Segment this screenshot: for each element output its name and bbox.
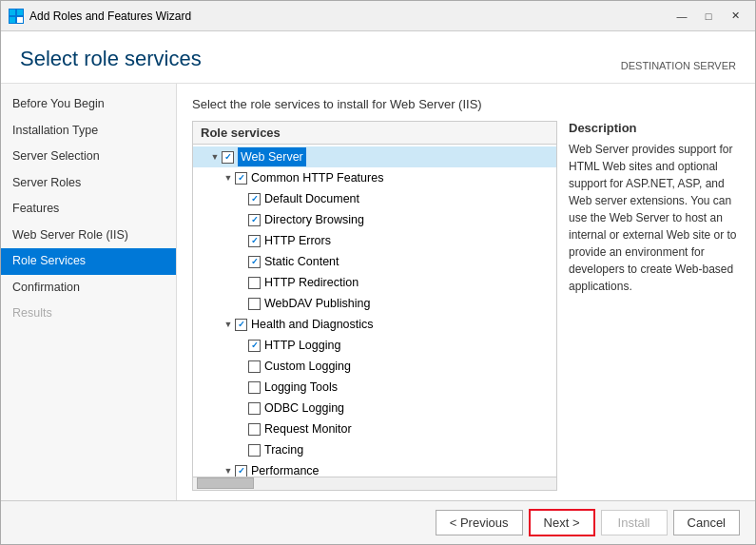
scrollbar-thumb[interactable] [197,477,254,489]
tree-item-odbc-logging[interactable]: ODBC Logging [193,398,556,418]
expand-placeholder-webdav [235,297,248,310]
description-text: Web Server provides support for HTML Web… [569,141,740,295]
tree-item-static-content[interactable]: Static Content [193,251,556,272]
tree-label-performance: Performance [251,461,320,477]
tree-item-tracing[interactable]: Tracing [193,439,556,460]
main-instruction: Select the role services to install for … [192,97,740,111]
svg-rect-0 [10,10,15,15]
tree-item-performance[interactable]: ▼ Performance [193,460,556,477]
title-bar-left: Add Roles and Features Wizard [9,9,191,24]
expand-icon-common-http[interactable]: ▼ [222,171,235,185]
expand-icon-web-server[interactable]: ▼ [208,150,222,164]
cancel-button[interactable]: Cancel [673,510,740,535]
description-panel: Description Web Server provides support … [569,121,740,491]
expand-placeholder-static-content [235,255,248,268]
app-icon [9,9,24,24]
sidebar-item-web-server-role[interactable]: Web Server Role (IIS) [1,223,176,249]
tree-label-odbc-logging: ODBC Logging [264,399,344,418]
tree-item-webdav[interactable]: WebDAV Publishing [193,293,556,314]
tree-item-custom-logging[interactable]: Custom Logging [193,356,556,377]
previous-button[interactable]: < Previous [436,510,523,535]
expand-placeholder-custom-logging [235,360,248,373]
checkbox-static-content[interactable] [248,256,261,268]
expand-placeholder-odbc-logging [235,401,248,415]
tree-item-common-http[interactable]: ▼ Common HTTP Features [193,167,556,188]
checkbox-web-server[interactable] [222,151,234,164]
checkbox-performance[interactable] [235,465,247,477]
footer: < Previous Next > Install Cancel [1,500,755,544]
checkbox-http-logging[interactable] [248,340,261,352]
expand-icon-performance[interactable]: ▼ [222,464,235,477]
window-controls: — □ ✕ [669,7,747,26]
checkbox-default-doc[interactable] [248,193,261,205]
sidebar-item-server-roles[interactable]: Server Roles [1,170,176,197]
checkbox-common-http[interactable] [235,172,247,185]
sidebar: Before You Begin Installation Type Serve… [1,84,177,500]
expand-icon-health-diag[interactable]: ▼ [222,318,235,331]
destination-server-label: DESTINATION SERVER [621,60,736,71]
tree-item-http-errors[interactable]: HTTP Errors [193,230,556,251]
sidebar-item-before-you-begin[interactable]: Before You Begin [1,91,176,118]
tree-label-http-errors: HTTP Errors [264,231,331,250]
tree-label-webdav: WebDAV Publishing [264,294,370,313]
tree-item-logging-tools[interactable]: Logging Tools [193,377,556,398]
expand-placeholder-http-errors [235,234,248,247]
content-area: Before You Begin Installation Type Serve… [1,84,755,500]
install-button[interactable]: Install [601,510,668,535]
tree-item-dir-browsing[interactable]: Directory Browsing [193,209,556,230]
tree-container[interactable]: ▼ Web Server ▼ Common HTTP Features [193,145,556,477]
checkbox-tracing[interactable] [248,444,261,457]
expand-placeholder-http-logging [235,339,248,352]
main-window: Add Roles and Features Wizard — □ ✕ Sele… [0,0,756,545]
scrollbar-track[interactable] [193,477,556,490]
next-button[interactable]: Next > [529,509,595,536]
tree-label-dir-browsing: Directory Browsing [264,210,364,229]
expand-placeholder-logging-tools [235,380,248,394]
sidebar-item-role-services[interactable]: Role Services [1,248,176,275]
checkbox-http-redirect[interactable] [248,277,261,289]
close-button[interactable]: ✕ [723,7,747,26]
expand-placeholder-dir-browsing [235,213,248,226]
sidebar-item-features[interactable]: Features [1,196,176,223]
sidebar-item-confirmation[interactable]: Confirmation [1,275,176,302]
maximize-button[interactable]: □ [696,7,721,26]
tree-item-health-diag[interactable]: ▼ Health and Diagnostics [193,314,556,335]
header-section: Select role services DESTINATION SERVER [1,31,755,84]
checkbox-webdav[interactable] [248,298,261,310]
page-title: Select role services [20,47,202,71]
sidebar-item-server-selection[interactable]: Server Selection [1,144,176,170]
checkbox-odbc-logging[interactable] [248,402,261,415]
role-services-panel-header: Role services [193,122,556,145]
expand-placeholder-default-doc [235,192,248,205]
sidebar-item-results: Results [1,301,176,327]
minimize-button[interactable]: — [669,7,694,26]
window-title: Add Roles and Features Wizard [29,10,191,23]
tree-item-http-logging[interactable]: HTTP Logging [193,335,556,356]
checkbox-dir-browsing[interactable] [248,214,261,226]
tree-label-logging-tools: Logging Tools [264,378,338,397]
checkbox-custom-logging[interactable] [248,360,261,373]
tree-item-request-monitor[interactable]: Request Monitor [193,418,556,439]
checkbox-logging-tools[interactable] [248,381,261,394]
expand-placeholder-http-redirect [235,276,248,289]
tree-label-common-http: Common HTTP Features [251,168,383,187]
tree-item-web-server[interactable]: ▼ Web Server [193,146,556,167]
tree-item-http-redirect[interactable]: HTTP Redirection [193,272,556,293]
tree-label-static-content: Static Content [264,252,339,271]
tree-label-http-logging: HTTP Logging [264,336,340,355]
checkbox-request-monitor[interactable] [248,423,261,436]
tree-item-default-doc[interactable]: Default Document [193,188,556,209]
svg-rect-1 [17,10,23,15]
horizontal-scrollbar[interactable] [193,477,556,490]
role-services-panel: Role services ▼ Web Server ▼ Common [192,121,557,491]
checkbox-http-errors[interactable] [248,235,261,247]
tree-label-http-redirect: HTTP Redirection [264,273,359,292]
tree-label-custom-logging: Custom Logging [264,357,351,376]
title-bar: Add Roles and Features Wizard — □ ✕ [1,1,755,31]
main-columns: Role services ▼ Web Server ▼ Common [192,121,740,491]
tree-label-request-monitor: Request Monitor [264,419,352,438]
checkbox-health-diag[interactable] [235,319,247,331]
sidebar-item-installation-type[interactable]: Installation Type [1,118,176,145]
tree-label-health-diag: Health and Diagnostics [251,315,374,334]
description-header: Description [569,121,740,135]
